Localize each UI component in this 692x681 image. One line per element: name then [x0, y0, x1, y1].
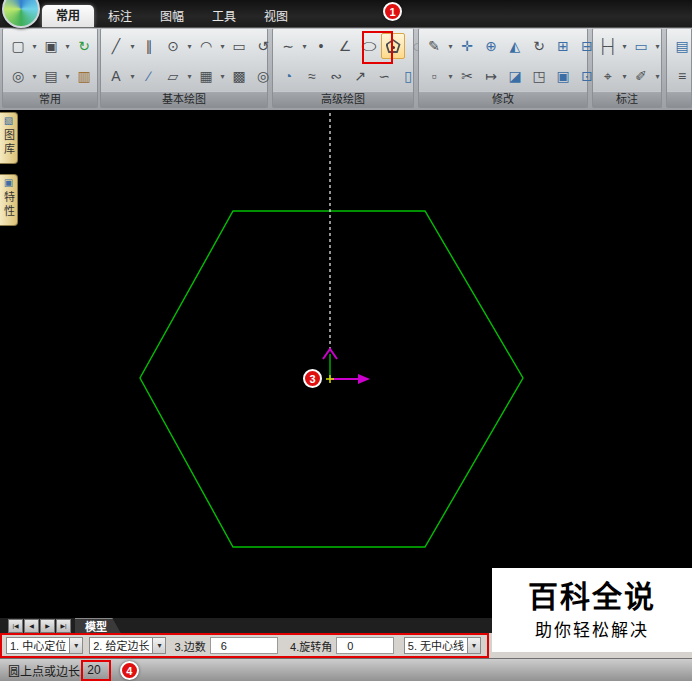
- refresh-icon-glyph: ↻: [78, 39, 90, 53]
- length-mode-combo[interactable]: 2. 给定边长▾: [89, 637, 166, 654]
- contour-icon[interactable]: ∽: [372, 63, 396, 89]
- centerline-combo-arrow[interactable]: ▾: [467, 637, 481, 654]
- corner-icon[interactable]: ◳: [527, 63, 551, 89]
- tab-常用[interactable]: 常用: [42, 5, 94, 27]
- circle-dropdown[interactable]: ▾: [185, 42, 194, 51]
- dimension-dropdown[interactable]: ▾: [620, 42, 629, 51]
- erase-dropdown[interactable]: ▾: [446, 42, 455, 51]
- scale-icon[interactable]: ▫: [422, 63, 446, 89]
- watermark-title: 百科全说: [528, 580, 656, 613]
- label-dropdown[interactable]: ▾: [653, 42, 662, 51]
- copy-entities-icon[interactable]: ⊕: [479, 33, 503, 59]
- line-dropdown[interactable]: ▾: [128, 42, 137, 51]
- tab-工具[interactable]: 工具: [198, 8, 250, 27]
- print-icon[interactable]: ▤: [39, 63, 63, 89]
- rotate-icon[interactable]: ↻: [527, 33, 551, 59]
- sides-input[interactable]: 6: [210, 637, 278, 654]
- refresh-icon[interactable]: ↻: [72, 33, 96, 59]
- coordinate-icon[interactable]: ⌖: [596, 63, 620, 89]
- edit-dimension-icon[interactable]: ✐: [629, 63, 653, 89]
- arc-icon[interactable]: ◠: [194, 33, 218, 59]
- sheet-nav-button-2[interactable]: ▶: [40, 619, 55, 633]
- drawing-canvas[interactable]: [18, 110, 692, 618]
- new-doc-dropdown[interactable]: ▾: [30, 42, 39, 51]
- chamfer-icon-glyph: ◪: [508, 69, 521, 83]
- hatch-icon[interactable]: ▩: [227, 63, 251, 89]
- print-dropdown[interactable]: ▾: [63, 72, 72, 81]
- ribbon-group-label: 修改: [419, 91, 587, 107]
- rotation-input[interactable]: 0: [336, 637, 394, 654]
- ellipse-icon[interactable]: ◯: [357, 33, 381, 59]
- side-tab-label: 图库: [1, 129, 17, 157]
- sheet-nav-button-0[interactable]: |◀: [8, 619, 23, 633]
- tab-视图[interactable]: 视图: [250, 8, 302, 27]
- doc-properties-icon[interactable]: ▤: [670, 33, 692, 59]
- wave-line-icon[interactable]: ≈: [300, 63, 324, 89]
- point-line-icon[interactable]: ∕: [137, 63, 161, 89]
- copy-entities-icon-glyph: ⊕: [485, 39, 497, 53]
- circle-icon[interactable]: ⊙: [161, 33, 185, 59]
- command-prompt-text: 圆上点或边长:: [8, 662, 83, 679]
- angle-line-icon[interactable]: ∠: [333, 33, 357, 59]
- copy-dropdown[interactable]: ▾: [63, 42, 72, 51]
- copy-icon[interactable]: ▣: [39, 33, 63, 59]
- point-line-icon-glyph: ∕: [148, 69, 150, 83]
- tab-图幅[interactable]: 图幅: [146, 8, 198, 27]
- text-dropdown[interactable]: ▾: [128, 72, 137, 81]
- dimension-icon-glyph: ├┤: [598, 39, 618, 53]
- polygon-icon[interactable]: [381, 33, 405, 59]
- rectangle-icon[interactable]: ▭: [227, 33, 251, 59]
- spline-icon-glyph: ∼: [282, 39, 294, 53]
- line-icon[interactable]: ╱: [104, 33, 128, 59]
- arc-dropdown[interactable]: ▾: [218, 42, 227, 51]
- formula-icon[interactable]: ▱: [161, 63, 185, 89]
- scale-dropdown[interactable]: ▾: [446, 72, 455, 81]
- dimension-icon[interactable]: ├┤: [596, 33, 620, 59]
- coordinate-dropdown[interactable]: ▾: [620, 72, 629, 81]
- display-settings-icon[interactable]: ▥: [72, 63, 96, 89]
- spline-icon[interactable]: ∼: [276, 33, 300, 59]
- ribbon-group-修改: ✎▾✛⊕◭↻⊞⊟▫▾✂↦◪◳▣⊡修改: [418, 28, 588, 108]
- side-tab-图库[interactable]: ▧图库: [0, 112, 18, 164]
- new-doc-icon[interactable]: ▢: [6, 33, 30, 59]
- status-bar: 圆上点或边长: 20 4: [0, 658, 692, 681]
- sheet-nav-button-1[interactable]: ◀: [24, 619, 39, 633]
- break-line-icon[interactable]: ∾: [324, 63, 348, 89]
- erase-icon[interactable]: ✎: [422, 33, 446, 59]
- zoom-dropdown[interactable]: ▾: [30, 72, 39, 81]
- leader-arrow-icon[interactable]: ↗: [348, 63, 372, 89]
- spline-dropdown[interactable]: ▾: [300, 42, 309, 51]
- parallel-line-icon[interactable]: ∥: [137, 33, 161, 59]
- menu-lines-icon[interactable]: ≡: [670, 63, 692, 89]
- zoom-icon[interactable]: ◎: [6, 63, 30, 89]
- move-icon[interactable]: ✛: [455, 33, 479, 59]
- array-icon[interactable]: ⊞: [551, 33, 575, 59]
- app-logo-icon[interactable]: [2, 0, 40, 28]
- label-icon[interactable]: ▭: [629, 33, 653, 59]
- model-sheet-tab[interactable]: 模型: [75, 618, 121, 634]
- extend-icon[interactable]: ↦: [479, 63, 503, 89]
- pie-icon[interactable]: ◔: [276, 63, 300, 89]
- block-icon[interactable]: ▣: [551, 63, 575, 89]
- table-dropdown[interactable]: ▾: [218, 72, 227, 81]
- line-icon-glyph: ╱: [112, 39, 120, 53]
- side-tab-特性[interactable]: ▣特性: [0, 174, 18, 226]
- ribbon-group-label: 常用: [3, 91, 97, 107]
- edit-dimension-dropdown[interactable]: ▾: [653, 72, 662, 81]
- point-icon[interactable]: •: [309, 33, 333, 59]
- block-icon-glyph: ▣: [556, 69, 569, 83]
- formula-dropdown[interactable]: ▾: [185, 72, 194, 81]
- command-input-value[interactable]: 20: [81, 660, 110, 681]
- trim-icon[interactable]: ✂: [455, 63, 479, 89]
- positioning-combo-arrow[interactable]: ▾: [69, 637, 83, 654]
- centerline-combo[interactable]: 5. 无中心线▾: [404, 637, 481, 654]
- table-icon[interactable]: ▦: [194, 63, 218, 89]
- cylinder-icon[interactable]: ▯: [396, 63, 420, 89]
- text-icon[interactable]: A: [104, 63, 128, 89]
- sheet-nav-button-3[interactable]: ▶|: [56, 619, 71, 633]
- tab-标注[interactable]: 标注: [94, 8, 146, 27]
- mirror-icon[interactable]: ◭: [503, 33, 527, 59]
- chamfer-icon[interactable]: ◪: [503, 63, 527, 89]
- length-mode-combo-arrow[interactable]: ▾: [152, 637, 166, 654]
- positioning-combo[interactable]: 1. 中心定位▾: [6, 637, 83, 654]
